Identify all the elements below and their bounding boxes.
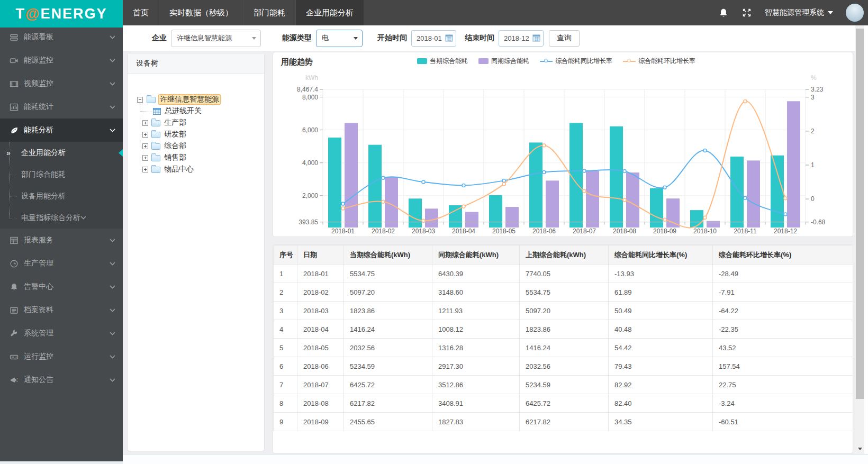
table-cell: 8 <box>274 394 297 413</box>
chevron-down-icon <box>110 262 115 266</box>
point-综合能耗环比增长率-2018-03[interactable] <box>422 219 425 222</box>
x-axis-label: 2018-03 <box>412 228 435 235</box>
bar-当期综合能耗-2018-08[interactable] <box>610 126 623 228</box>
tree-node-label[interactable]: 生产部 <box>163 118 187 128</box>
vertical-scrollbar[interactable] <box>855 25 864 454</box>
bar-同期综合能耗-2018-08[interactable] <box>626 172 639 228</box>
nav-tab-3[interactable]: 企业用能分析 <box>296 0 364 25</box>
point-综合能耗环比增长率-2018-12[interactable] <box>784 197 787 200</box>
bar-当期综合能耗-2018-10[interactable] <box>690 210 703 228</box>
point-综合能耗环比增长率-2018-04[interactable] <box>462 205 465 208</box>
nav-tab-1[interactable]: 实时数据（秒级） <box>159 0 243 25</box>
sidebar-item-6[interactable]: 生产管理 <box>0 252 123 275</box>
sidebar-item-9[interactable]: 系统管理 <box>0 322 123 345</box>
point-综合能耗环比增长率-2018-09[interactable] <box>663 218 666 221</box>
user-avatar[interactable] <box>846 4 864 22</box>
sidebar-item-5[interactable]: 报表服务 <box>0 229 123 252</box>
expand-icon[interactable] <box>142 155 148 161</box>
expand-icon[interactable] <box>142 167 148 172</box>
bar-同期综合能耗-2018-12[interactable] <box>787 101 800 228</box>
point-综合能耗同比增长率-2018-10[interactable] <box>703 149 707 152</box>
energy-type-select[interactable]: 电 <box>316 30 363 47</box>
tree-node-label[interactable]: 销售部 <box>163 153 187 162</box>
bar-当期综合能耗-2018-07[interactable] <box>569 123 583 228</box>
collapse-icon[interactable] <box>137 97 143 103</box>
point-综合能耗同比增长率-2018-07[interactable] <box>583 169 586 172</box>
bar-同期综合能耗-2018-07[interactable] <box>586 171 599 228</box>
point-综合能耗环比增长率-2018-11[interactable] <box>744 99 747 103</box>
sidebar-item-7[interactable]: 告警中心 <box>0 275 123 298</box>
bar-同期综合能耗-2018-06[interactable] <box>546 180 559 228</box>
bar-当期综合能耗-2018-12[interactable] <box>771 156 784 228</box>
bar-当期综合能耗-2018-01[interactable] <box>328 138 341 228</box>
fullscreen-icon[interactable] <box>742 7 752 18</box>
table-row: 82018-086217.823408.916425.7282.40-3.24 <box>274 394 854 413</box>
tree-node-label[interactable]: 物品中心 <box>163 165 195 174</box>
point-综合能耗环比增长率-2018-06[interactable] <box>542 144 546 147</box>
notification-bell-icon[interactable] <box>718 7 729 18</box>
expand-icon[interactable] <box>142 143 148 149</box>
point-综合能耗同比增长率-2018-11[interactable] <box>744 196 747 199</box>
end-date-input[interactable]: 2018-12 <box>499 30 544 47</box>
bar-同期综合能耗-2018-05[interactable] <box>505 207 519 228</box>
sidebar-item-0[interactable]: 能源看板 <box>0 25 123 49</box>
point-综合能耗环比增长率-2018-05[interactable] <box>502 183 505 186</box>
bar-当期综合能耗-2018-11[interactable] <box>730 157 744 228</box>
bar-同期综合能耗-2018-04[interactable] <box>465 212 478 228</box>
calendar-icon[interactable] <box>532 34 540 43</box>
sidebar-subitem-0[interactable]: »企业用能分析 <box>0 142 123 163</box>
bar-同期综合能耗-2018-11[interactable] <box>747 160 760 228</box>
point-综合能耗同比增长率-2018-03[interactable] <box>422 180 425 184</box>
expand-icon[interactable] <box>142 120 148 126</box>
sidebar-item-8[interactable]: 档案资料 <box>0 298 123 322</box>
query-button[interactable]: 查询 <box>549 30 580 47</box>
nav-tab-0[interactable]: 首页 <box>123 0 159 25</box>
bar-当期综合能耗-2018-03[interactable] <box>409 198 422 228</box>
energy-trend-chart[interactable]: 393.852,0004,0006,0008,0008,467.4-0.6801… <box>273 52 854 238</box>
bar-同期综合能耗-2018-01[interactable] <box>345 123 358 228</box>
bar-同期综合能耗-2018-03[interactable] <box>425 208 438 228</box>
point-综合能耗环比增长率-2018-02[interactable] <box>382 200 385 203</box>
sidebar-item-1[interactable]: 能源监控 <box>0 49 123 72</box>
company-select[interactable]: 许继信息智慧能源 <box>171 30 261 47</box>
point-综合能耗同比增长率-2018-02[interactable] <box>382 176 385 179</box>
start-date-input[interactable]: 2018-01 <box>411 30 456 47</box>
point-综合能耗同比增长率-2018-01[interactable] <box>341 202 345 205</box>
chevron-down-icon <box>110 355 115 359</box>
sidebar-item-4[interactable]: 能耗分析 <box>0 119 123 142</box>
bar-当期综合能耗-2018-05[interactable] <box>489 195 502 228</box>
table-cell: -60.51 <box>713 413 854 431</box>
point-综合能耗环比增长率-2018-01[interactable] <box>341 207 345 210</box>
folder-icon <box>151 132 160 138</box>
sidebar-subitem-1[interactable]: 部门综合能耗 <box>0 163 123 185</box>
point-综合能耗同比增长率-2018-08[interactable] <box>623 170 626 173</box>
tree-node-label[interactable]: 研发部 <box>163 130 187 139</box>
sidebar-subitem-2[interactable]: 设备用能分析 <box>0 185 123 207</box>
point-综合能耗同比增长率-2018-12[interactable] <box>784 213 787 216</box>
tree-node-label[interactable]: 总进线开关 <box>164 106 203 116</box>
bar-当期综合能耗-2018-06[interactable] <box>529 142 542 228</box>
tree-node-label[interactable]: 综合部 <box>163 141 187 151</box>
bar-当期综合能耗-2018-09[interactable] <box>650 188 663 228</box>
expand-icon[interactable] <box>142 132 148 138</box>
calendar-icon[interactable] <box>445 34 453 43</box>
nav-tab-2[interactable]: 部门能耗 <box>243 0 296 25</box>
bar-同期综合能耗-2018-09[interactable] <box>666 198 680 228</box>
sidebar-item-11[interactable]: 通知公告 <box>0 368 123 392</box>
scrollbar-thumb[interactable] <box>856 29 864 399</box>
scrollbar-down-arrow-icon[interactable] <box>855 444 864 453</box>
system-menu-dropdown[interactable]: 智慧能源管理系统 <box>765 8 833 17</box>
tree-node-label[interactable]: 许继信息智慧能源 <box>158 94 221 105</box>
point-综合能耗同比增长率-2018-06[interactable] <box>542 170 546 174</box>
sidebar-subitem-3[interactable]: 电量指标综合分析 <box>0 207 123 229</box>
point-综合能耗环比增长率-2018-10[interactable] <box>703 216 707 219</box>
bar-当期综合能耗-2018-02[interactable] <box>368 145 382 228</box>
point-综合能耗同比增长率-2018-09[interactable] <box>663 186 666 189</box>
sidebar-item-10[interactable]: 运行监控 <box>0 345 123 368</box>
sidebar-item-3[interactable]: 能耗统计 <box>0 95 123 119</box>
point-综合能耗同比增长率-2018-05[interactable] <box>502 179 505 182</box>
point-综合能耗环比增长率-2018-08[interactable] <box>623 198 626 202</box>
sidebar-item-2[interactable]: 视频监控 <box>0 72 123 95</box>
point-综合能耗环比增长率-2018-07[interactable] <box>583 189 586 193</box>
point-综合能耗同比增长率-2018-04[interactable] <box>462 184 465 187</box>
